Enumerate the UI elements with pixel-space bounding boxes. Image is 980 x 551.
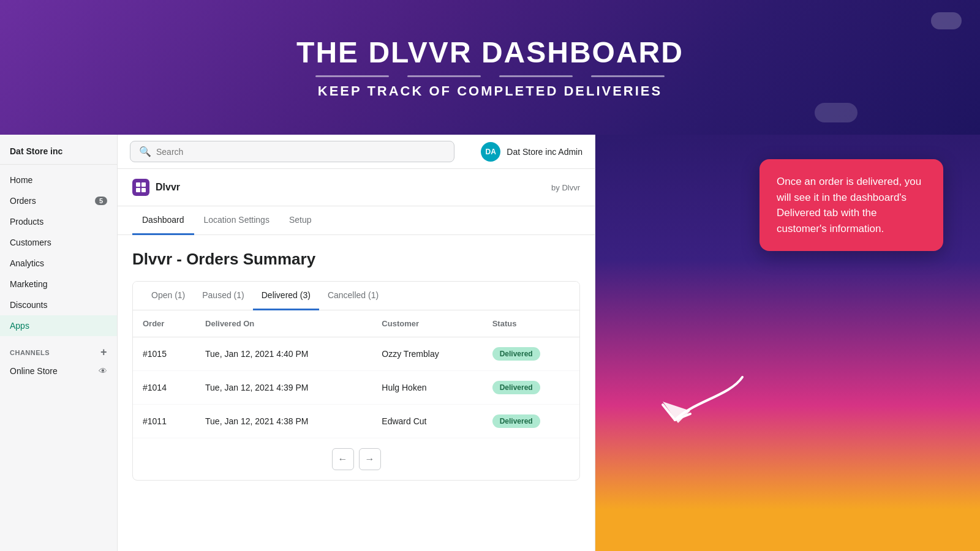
add-channel-icon[interactable]: +: [100, 346, 107, 359]
tab-dashboard[interactable]: Dashboard: [132, 206, 194, 235]
arrow-icon: [657, 365, 755, 438]
status-badge: Delivered: [492, 414, 540, 428]
discounts-label: Discounts: [10, 300, 47, 310]
sub-tab-open[interactable]: Open (1): [143, 282, 194, 310]
online-store-label: Online Store: [10, 366, 58, 376]
status-cell: Delivered: [483, 371, 579, 405]
delivered-on: Tue, Jan 12, 2021 4:39 PM: [195, 371, 372, 405]
banner-toggle-2: [815, 103, 858, 122]
orders-badge: 5: [95, 197, 107, 205]
channels-label: CHANNELS: [10, 349, 50, 356]
col-header-order: Order: [133, 310, 195, 337]
content: Dlvvr - Orders Summary Open (1) Paused (…: [118, 235, 595, 551]
sub-tabs: Open (1) Paused (1) Delivered (3) Cancel…: [133, 282, 579, 310]
eye-icon: 👁: [99, 366, 107, 376]
sidebar-item-products[interactable]: Products: [0, 211, 117, 232]
search-bar[interactable]: 🔍: [130, 141, 454, 162]
sub-tab-paused[interactable]: Paused (1): [194, 282, 252, 310]
col-header-status: Status: [483, 310, 579, 337]
sidebar-nav: Home Orders 5 Products Customers Analyti…: [0, 165, 117, 551]
tab-setup[interactable]: Setup: [279, 206, 322, 235]
grid-icon: [135, 182, 146, 193]
products-label: Products: [10, 217, 43, 227]
app-icon: [132, 179, 149, 196]
sidebar-item-online-store[interactable]: Online Store 👁: [0, 361, 117, 381]
svg-rect-2: [136, 188, 140, 192]
app-name: Dlvvr: [156, 182, 180, 193]
svg-rect-1: [141, 182, 146, 187]
customer-name: Hulg Hoken: [372, 371, 482, 405]
next-page-button[interactable]: →: [359, 448, 381, 470]
app-title-row: Dlvvr: [132, 179, 180, 196]
top-banner: THE DLVVR DASHBOARD KEEP TRACK OF COMPLE…: [0, 0, 980, 135]
app-header: Dlvvr by Dlvvr: [118, 169, 595, 206]
status-badge: Delivered: [492, 381, 540, 394]
orders-label: Orders: [10, 196, 36, 206]
user-badge: DA Dat Store inc Admin: [481, 142, 582, 162]
tabs: Dashboard Location Settings Setup: [118, 206, 595, 235]
channels-section: CHANNELS +: [0, 336, 117, 361]
orders-table: Order Delivered On Customer Status #1015…: [133, 310, 579, 438]
customer-name: Ozzy Tremblay: [372, 337, 482, 371]
sidebar-item-discounts[interactable]: Discounts: [0, 294, 117, 315]
svg-rect-3: [141, 188, 146, 192]
user-name: Dat Store inc Admin: [507, 147, 582, 157]
tooltip-text: Once an order is delivered, you will see…: [777, 176, 921, 234]
sidebar-item-apps[interactable]: Apps: [0, 315, 117, 336]
sidebar-item-analytics[interactable]: Analytics: [0, 253, 117, 274]
svg-rect-0: [136, 182, 140, 187]
home-label: Home: [10, 175, 32, 185]
svg-marker-4: [663, 402, 690, 423]
sub-tab-delivered[interactable]: Delivered (3): [253, 282, 319, 310]
analytics-label: Analytics: [10, 258, 44, 268]
page-title: Dlvvr - Orders Summary: [132, 250, 580, 269]
tab-location-settings[interactable]: Location Settings: [194, 206, 279, 235]
by-label: by Dlvvr: [551, 183, 580, 192]
sidebar-item-marketing[interactable]: Marketing: [0, 274, 117, 294]
right-area: Once an order is delivered, you will see…: [595, 135, 980, 551]
sidebar-item-orders[interactable]: Orders 5: [0, 190, 117, 211]
sub-tab-cancelled[interactable]: Cancelled (1): [319, 282, 387, 310]
sidebar: Dat Store inc Home Orders 5 Products Cus…: [0, 135, 118, 551]
banner-subtitle: KEEP TRACK OF COMPLETED DELIVERIES: [318, 83, 662, 99]
delivered-on: Tue, Jan 12, 2021 4:38 PM: [195, 405, 372, 438]
avatar: DA: [481, 142, 500, 162]
arrow-container: [657, 365, 755, 441]
order-number: #1014: [133, 371, 195, 405]
store-name: Dat Store inc: [10, 146, 62, 156]
status-cell: Delivered: [483, 337, 579, 371]
status-cell: Delivered: [483, 405, 579, 438]
table-row: #1015 Tue, Jan 12, 2021 4:40 PM Ozzy Tre…: [133, 337, 579, 371]
customers-label: Customers: [10, 238, 51, 247]
sidebar-item-home[interactable]: Home: [0, 170, 117, 190]
topbar: 🔍 DA Dat Store inc Admin: [118, 135, 595, 169]
marketing-label: Marketing: [10, 279, 47, 289]
banner-divider: [315, 75, 665, 77]
apps-label: Apps: [10, 321, 29, 331]
col-header-customer: Customer: [372, 310, 482, 337]
table-row: #1014 Tue, Jan 12, 2021 4:39 PM Hulg Hok…: [133, 371, 579, 405]
delivered-on: Tue, Jan 12, 2021 4:40 PM: [195, 337, 372, 371]
order-number: #1015: [133, 337, 195, 371]
main-area: Dat Store inc Home Orders 5 Products Cus…: [0, 135, 980, 551]
table-row: #1011 Tue, Jan 12, 2021 4:38 PM Edward C…: [133, 405, 579, 438]
col-header-delivered-on: Delivered On: [195, 310, 372, 337]
banner-title: THE DLVVR DASHBOARD: [296, 36, 684, 69]
customer-name: Edward Cut: [372, 405, 482, 438]
search-icon: 🔍: [139, 146, 151, 157]
sidebar-store: Dat Store inc: [0, 135, 117, 165]
tooltip-box: Once an order is delivered, you will see…: [760, 159, 943, 251]
orders-card: Open (1) Paused (1) Delivered (3) Cancel…: [132, 281, 580, 481]
banner-toggle-1: [931, 12, 962, 29]
sidebar-item-customers[interactable]: Customers: [0, 232, 117, 253]
order-number: #1011: [133, 405, 195, 438]
status-badge: Delivered: [492, 347, 540, 361]
search-input[interactable]: [156, 147, 445, 157]
main-panel: 🔍 DA Dat Store inc Admin Dlvvr: [118, 135, 595, 551]
prev-page-button[interactable]: ←: [332, 448, 354, 470]
pagination: ← →: [133, 438, 579, 480]
